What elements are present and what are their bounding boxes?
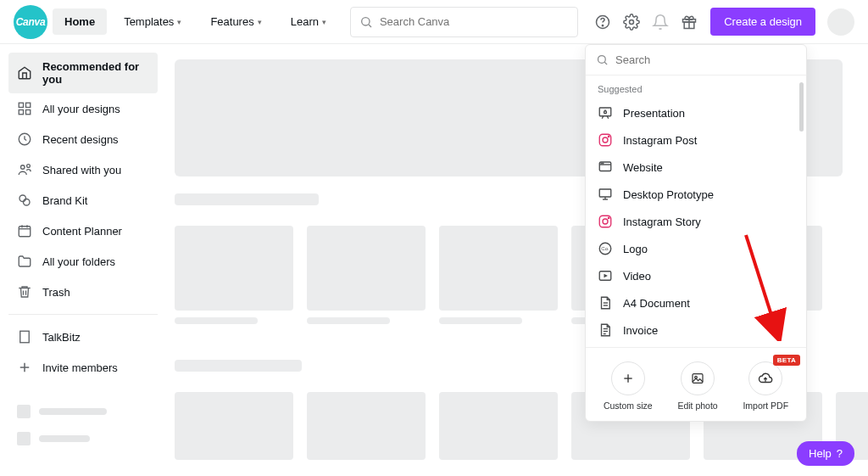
- design-card[interactable]: [175, 226, 293, 324]
- svg-point-13: [21, 165, 25, 170]
- search-input[interactable]: [380, 15, 569, 28]
- popover-search[interactable]: [586, 45, 806, 76]
- logo-icon: Co.: [598, 241, 613, 256]
- help-icon[interactable]: [590, 9, 615, 35]
- action-label: Import PDF: [743, 400, 788, 411]
- top-header: Canva Home Templates▾ Features▾ Learn▾ C…: [0, 0, 868, 44]
- sidebar-item-recent[interactable]: Recent designs: [8, 124, 158, 154]
- create-design-popover: Suggested Presentation Instagram Post We…: [585, 44, 807, 422]
- nav-features[interactable]: Features▾: [198, 8, 273, 35]
- edit-photo-button[interactable]: Edit photo: [677, 361, 717, 411]
- main-content: Suggested Presentation Instagram Post We…: [166, 44, 868, 476]
- gear-icon[interactable]: [619, 9, 644, 35]
- sidebar-item-label: Content Planner: [42, 225, 122, 238]
- svg-rect-17: [19, 227, 31, 237]
- brand-icon: [17, 193, 32, 208]
- home-icon: [17, 65, 32, 81]
- instagram-icon: [598, 132, 613, 148]
- sidebar-item-brand-kit[interactable]: Brand Kit: [8, 185, 158, 216]
- search-icon: [359, 15, 373, 29]
- trash-icon: [17, 284, 32, 300]
- svg-point-16: [24, 199, 31, 206]
- svg-point-32: [598, 56, 606, 64]
- suggestion-instagram-story[interactable]: Instagram Story: [586, 208, 806, 235]
- nav-templates-label: Templates: [124, 15, 174, 28]
- action-label: Custom size: [604, 400, 653, 411]
- clock-icon: [17, 132, 32, 147]
- help-bubble-button[interactable]: Help ?: [797, 441, 854, 466]
- nav-learn[interactable]: Learn▾: [279, 8, 338, 35]
- svg-point-41: [601, 163, 602, 164]
- svg-point-38: [608, 136, 609, 137]
- custom-size-button[interactable]: Custom size: [604, 361, 653, 411]
- suggestion-desktop-prototype[interactable]: Desktop Prototype: [586, 181, 806, 208]
- suggestion-invoice[interactable]: Invoice: [586, 316, 806, 344]
- design-card[interactable]: [439, 392, 558, 467]
- svg-point-47: [603, 219, 608, 224]
- svg-line-1: [369, 25, 371, 27]
- action-label: Edit photo: [677, 400, 717, 411]
- suggestion-instagram-post[interactable]: Instagram Post: [586, 126, 806, 154]
- suggestion-label: Website: [623, 161, 663, 174]
- nav-templates[interactable]: Templates▾: [112, 8, 193, 35]
- sidebar-item-invite[interactable]: Invite members: [8, 352, 158, 383]
- sidebar-divider: [8, 314, 158, 315]
- suggestion-presentation[interactable]: Presentation: [586, 99, 806, 126]
- svg-point-37: [603, 137, 608, 143]
- scrollbar[interactable]: [799, 82, 804, 132]
- section-title-placeholder: [175, 193, 319, 205]
- import-pdf-button[interactable]: BETA Import PDF: [743, 361, 788, 411]
- image-icon: [691, 372, 704, 385]
- nav-features-label: Features: [210, 15, 253, 28]
- bell-icon[interactable]: [648, 9, 673, 35]
- svg-point-0: [362, 17, 370, 25]
- sidebar-item-team[interactable]: TalkBitz: [8, 322, 158, 352]
- design-card[interactable]: [307, 392, 426, 467]
- sidebar-item-content-planner[interactable]: Content Planner: [8, 216, 158, 246]
- sidebar-item-trash[interactable]: Trash: [8, 277, 158, 307]
- suggestion-video[interactable]: Video: [586, 262, 806, 289]
- canva-logo[interactable]: Canva: [14, 5, 47, 39]
- suggestion-label: Presentation: [623, 107, 685, 120]
- suggestion-a4-document[interactable]: A4 Document: [586, 289, 806, 316]
- sidebar: Recommended for you All your designs Rec…: [0, 44, 166, 476]
- svg-marker-52: [604, 274, 609, 278]
- gift-icon[interactable]: [676, 9, 702, 35]
- nav-learn-label: Learn: [291, 15, 319, 28]
- design-card[interactable]: [307, 226, 426, 324]
- suggestion-label: Video: [623, 270, 651, 283]
- section-title-placeholder: [175, 360, 302, 372]
- svg-point-15: [19, 195, 26, 202]
- svg-rect-10: [19, 110, 23, 115]
- create-a-design-button[interactable]: Create a design: [710, 8, 815, 36]
- svg-rect-9: [26, 103, 31, 107]
- svg-point-48: [608, 217, 609, 219]
- design-card[interactable]: [439, 226, 558, 324]
- svg-rect-11: [26, 110, 31, 115]
- suggestion-label: Logo: [623, 243, 648, 255]
- sidebar-item-recommended[interactable]: Recommended for you: [8, 53, 158, 93]
- sidebar-item-folders[interactable]: All your folders: [8, 246, 158, 277]
- question-icon: ?: [837, 447, 843, 460]
- nav-home[interactable]: Home: [53, 8, 107, 35]
- svg-rect-23: [20, 331, 30, 343]
- suggestion-logo[interactable]: Co. Logo: [586, 235, 806, 262]
- folder-icon: [17, 254, 32, 269]
- global-search[interactable]: [350, 7, 578, 37]
- sidebar-item-all-designs[interactable]: All your designs: [8, 93, 158, 124]
- avatar[interactable]: [827, 8, 854, 36]
- calendar-icon: [17, 223, 32, 238]
- design-card[interactable]: [175, 392, 293, 467]
- chevron-down-icon: ▾: [177, 18, 181, 26]
- svg-point-3: [603, 25, 604, 25]
- suggestion-website[interactable]: Website: [586, 154, 806, 181]
- suggestion-label: A4 Document: [623, 297, 690, 310]
- sidebar-item-label: All your folders: [42, 255, 115, 268]
- suggestion-label: Desktop Prototype: [623, 188, 714, 201]
- document-icon: [598, 295, 613, 311]
- svg-point-4: [630, 20, 634, 24]
- popover-search-input[interactable]: [615, 53, 796, 66]
- document-icon: [598, 322, 613, 338]
- sidebar-item-shared[interactable]: Shared with you: [8, 154, 158, 185]
- svg-point-35: [604, 111, 607, 114]
